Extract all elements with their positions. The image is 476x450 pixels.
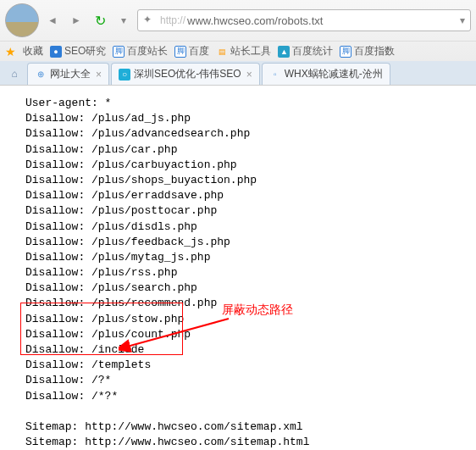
page-icon: ▫ — [269, 69, 281, 81]
robots-line: Disallow: /plus/ad_js.php — [25, 111, 451, 126]
globe-icon: ● — [50, 46, 62, 58]
robots-line: Disallow: /plus/posttocar.php — [25, 203, 451, 219]
tab-bar: ⌂ ⊕ 网址大全 × ○ 深圳SEO优化-伟伟SEO × ▫ WHX蜗轮减速机-… — [0, 61, 476, 85]
robots-line: Sitemap: http://www.hwcseo.com/sitemap.x… — [25, 419, 451, 435]
tool-icon: ▤ — [216, 46, 228, 58]
tab-seo[interactable]: ○ 深圳SEO优化-伟伟SEO × — [111, 63, 260, 85]
paw-icon: 脚 — [174, 46, 186, 58]
bookmark-label: 百度 — [189, 44, 209, 58]
reload-button[interactable]: ↻ — [90, 10, 110, 31]
browser-toolbar: ◄ ► ↻ ▾ ✦ http:// ▾ ★ 收藏 ●SEO研究 脚百度站长 脚百… — [0, 0, 476, 86]
robots-line: Disallow: /*?* — [25, 389, 451, 404]
favorites-button[interactable]: 收藏 — [23, 44, 43, 58]
robots-line: Disallow: /templets — [25, 358, 451, 373]
compass-icon: ✦ — [143, 14, 157, 27]
forward-button[interactable]: ► — [66, 10, 86, 31]
tab-title: 网址大全 — [50, 67, 91, 81]
robots-line: Disallow: /plus/carbuyaction.php — [25, 158, 451, 173]
tab-title: 深圳SEO优化-伟伟SEO — [134, 67, 241, 81]
bookmark-bar: ★ 收藏 ●SEO研究 脚百度站长 脚百度 ▤站长工具 ▲百度统计 脚百度指数 — [0, 41, 476, 61]
robots-line: Disallow: /plus/advancedsearch.php — [25, 126, 451, 142]
close-icon[interactable]: × — [246, 69, 252, 81]
annotation-text: 屏蔽动态路径 — [222, 302, 293, 319]
url-dropdown-icon[interactable]: ▾ — [460, 14, 465, 26]
robots-line: Disallow: /plus/mytag_js.php — [25, 250, 451, 265]
robots-line: Disallow: /plus/shops_buyaction.php — [25, 173, 451, 188]
robots-line: Disallow: /include — [25, 342, 451, 358]
nav-row: ◄ ► ↻ ▾ ✦ http:// ▾ — [0, 0, 476, 41]
avatar[interactable] — [5, 3, 39, 37]
robots-line: Disallow: /plus/search.php — [25, 281, 451, 296]
robots-line: Disallow: /plus/car.php — [25, 142, 451, 158]
robots-line: Disallow: /plus/erraddsave.php — [25, 188, 451, 203]
globe-icon: ⊕ — [35, 69, 47, 81]
page-content: 屏蔽动态路径 User-agent: *Disallow: /plus/ad_j… — [0, 86, 476, 450]
tab-title: WHX蜗轮减速机-沧州 — [285, 67, 383, 81]
bookmark-label: SEO研究 — [64, 44, 106, 58]
url-input[interactable] — [187, 14, 457, 27]
bookmark-label: 站长工具 — [230, 44, 271, 58]
bookmark-baidu[interactable]: 脚百度 — [174, 44, 209, 58]
robots-line: Sitemap: http://www.hwcseo.com/sitemap.h… — [25, 435, 451, 450]
site-icon: ○ — [119, 69, 130, 81]
robots-line — [25, 404, 451, 419]
robots-line: Disallow: /?* — [25, 373, 451, 388]
bookmark-baidu-stats[interactable]: ▲百度统计 — [278, 44, 333, 58]
back-button[interactable]: ◄ — [42, 10, 63, 31]
bookmark-baidu-index[interactable]: 脚百度指数 — [340, 44, 395, 58]
robots-line: Disallow: /plus/disdls.php — [25, 219, 451, 235]
home-button[interactable]: ⌂ — [3, 64, 25, 84]
url-prefix: http:// — [160, 14, 185, 26]
close-icon[interactable]: × — [96, 69, 102, 81]
paw-icon: 脚 — [340, 46, 351, 58]
dropdown-icon[interactable]: ▾ — [113, 10, 134, 31]
chart-icon: ▲ — [278, 46, 290, 58]
star-icon[interactable]: ★ — [5, 45, 16, 58]
bookmark-seo[interactable]: ●SEO研究 — [50, 44, 106, 58]
robots-line: Disallow: /plus/feedback_js.php — [25, 235, 451, 250]
bookmark-webmaster-tools[interactable]: ▤站长工具 — [216, 44, 271, 58]
tab-whx[interactable]: ▫ WHX蜗轮减速机-沧州 — [262, 63, 390, 85]
bookmark-label: 百度站长 — [127, 44, 168, 58]
url-bar[interactable]: ✦ http:// ▾ — [137, 9, 471, 31]
tab-sites[interactable]: ⊕ 网址大全 × — [27, 63, 109, 85]
robots-line: User-agent: * — [25, 96, 451, 111]
bookmark-label: 百度指数 — [354, 44, 395, 58]
bookmark-label: 百度统计 — [292, 44, 333, 58]
paw-icon: 脚 — [113, 46, 125, 58]
robots-line: Disallow: /plus/count.php — [25, 327, 451, 342]
robots-line: Disallow: /plus/rss.php — [25, 265, 451, 281]
bookmark-baidu-webmaster[interactable]: 脚百度站长 — [113, 44, 168, 58]
